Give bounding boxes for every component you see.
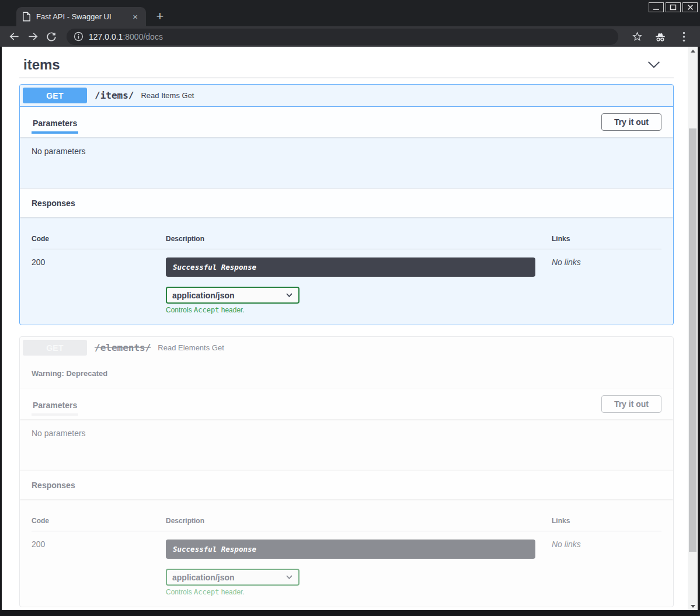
- bookmark-star-icon[interactable]: [628, 28, 646, 46]
- url-path: :8000/docs: [123, 32, 163, 41]
- responses-table: Code Description Links 200 Successful Re…: [20, 499, 673, 607]
- no-parameters-text: No parameters: [32, 429, 86, 438]
- scroll-up-icon[interactable]: [688, 47, 698, 55]
- deprecated-warning: Warning: Deprecated: [32, 369, 107, 378]
- endpoint-path: /items/: [95, 90, 134, 101]
- browser-toolbar: 127.0.0.1:8000/docs: [0, 26, 700, 47]
- response-description-cell: Successful Response application/json Con…: [166, 257, 552, 314]
- close-button[interactable]: [682, 2, 698, 12]
- browser-tab[interactable]: Fast API - Swagger UI ×: [16, 7, 146, 26]
- tab-title: Fast API - Swagger UI: [36, 12, 130, 21]
- incognito-icon: [652, 28, 669, 46]
- responses-table-head: Code Description Links: [32, 217, 661, 249]
- response-description: Successful Response: [166, 257, 535, 277]
- col-description: Description: [166, 235, 552, 243]
- address-bar[interactable]: 127.0.0.1:8000/docs: [67, 29, 618, 45]
- media-type-value: application/json: [172, 291, 235, 300]
- window-controls: [649, 2, 698, 12]
- opblock-summary[interactable]: GET /items/ Read Items Get: [20, 85, 673, 107]
- col-description: Description: [166, 517, 552, 525]
- media-type-select[interactable]: application/json: [166, 569, 299, 586]
- response-code: 200: [32, 257, 166, 314]
- section-collapse-chevron-icon[interactable]: [647, 61, 661, 69]
- responses-table: Code Description Links 200 Successful Re…: [20, 217, 673, 325]
- no-parameters-text: No parameters: [32, 147, 86, 156]
- response-row: 200 Successful Response application/json…: [32, 531, 661, 596]
- responses-title: Responses: [32, 199, 75, 208]
- new-tab-button[interactable]: +: [152, 9, 168, 25]
- response-links: No links: [552, 540, 661, 596]
- swagger-page: items GET /items/ Read Items Get Paramet…: [2, 47, 688, 610]
- response-description-cell: Successful Response application/json Con…: [166, 540, 552, 596]
- col-links: Links: [552, 517, 661, 525]
- responses-header: Responses: [20, 189, 673, 217]
- tab-parameters[interactable]: Parameters: [32, 112, 78, 134]
- deprecated-warning-wrap: Warning: Deprecated: [20, 359, 673, 389]
- site-info-icon[interactable]: [74, 32, 83, 41]
- accept-note: Controls Accept header.: [166, 588, 552, 596]
- maximize-button[interactable]: [666, 2, 681, 12]
- minimize-button[interactable]: [649, 2, 664, 12]
- url-text: 127.0.0.1:8000/docs: [89, 32, 163, 41]
- tab-strip: Fast API - Swagger UI × +: [0, 0, 700, 26]
- responses-title: Responses: [32, 481, 75, 490]
- media-type-select[interactable]: application/json: [166, 287, 299, 304]
- response-code: 200: [32, 540, 166, 596]
- opblock-get-elements-deprecated: GET /elements/ Read Elements Get Warning…: [19, 336, 674, 607]
- endpoint-summary: Read Elements Get: [158, 343, 224, 352]
- col-code: Code: [32, 517, 166, 525]
- try-it-out-button[interactable]: Try it out: [601, 113, 661, 131]
- response-row: 200 Successful Response application/json…: [32, 249, 661, 314]
- scrollbar-thumb[interactable]: [689, 128, 696, 552]
- chevron-down-icon: [285, 293, 293, 298]
- browser-menu-icon[interactable]: [675, 28, 692, 46]
- vertical-scrollbar[interactable]: [688, 47, 698, 610]
- method-badge: GET: [23, 340, 87, 356]
- forward-button[interactable]: [24, 28, 41, 46]
- try-it-out-button[interactable]: Try it out: [601, 395, 661, 413]
- page-icon: [22, 12, 31, 22]
- section-divider: [19, 78, 674, 78]
- col-links: Links: [552, 235, 661, 243]
- url-host: 127.0.0.1: [89, 32, 123, 41]
- tab-parameters[interactable]: Parameters: [32, 394, 78, 416]
- response-links: No links: [552, 257, 661, 314]
- reload-button[interactable]: [43, 28, 60, 46]
- endpoint-path: /elements/: [95, 342, 151, 353]
- back-button[interactable]: [5, 28, 23, 46]
- method-badge: GET: [23, 88, 87, 103]
- responses-header: Responses: [20, 471, 673, 499]
- section-header: items: [19, 51, 674, 78]
- scroll-down-icon[interactable]: [688, 602, 698, 610]
- parameters-header: Parameters Try it out: [20, 107, 673, 137]
- chevron-down-icon: [285, 575, 293, 580]
- parameters-body: No parameters: [20, 137, 673, 189]
- opblock-summary[interactable]: GET /elements/ Read Elements Get: [20, 337, 673, 359]
- endpoint-summary: Read Items Get: [141, 91, 194, 100]
- media-type-value: application/json: [172, 573, 235, 582]
- accept-note: Controls Accept header.: [166, 306, 552, 314]
- parameters-header: Parameters Try it out: [20, 389, 673, 419]
- response-description: Successful Response: [166, 540, 535, 559]
- col-code: Code: [32, 235, 166, 243]
- page-viewport: items GET /items/ Read Items Get Paramet…: [2, 47, 698, 610]
- tab-close-icon[interactable]: ×: [130, 12, 140, 21]
- responses-table-head: Code Description Links: [32, 499, 661, 531]
- parameters-body: No parameters: [20, 419, 673, 471]
- opblock-get-items: GET /items/ Read Items Get Parameters Tr…: [19, 84, 674, 325]
- section-title: items: [23, 51, 60, 78]
